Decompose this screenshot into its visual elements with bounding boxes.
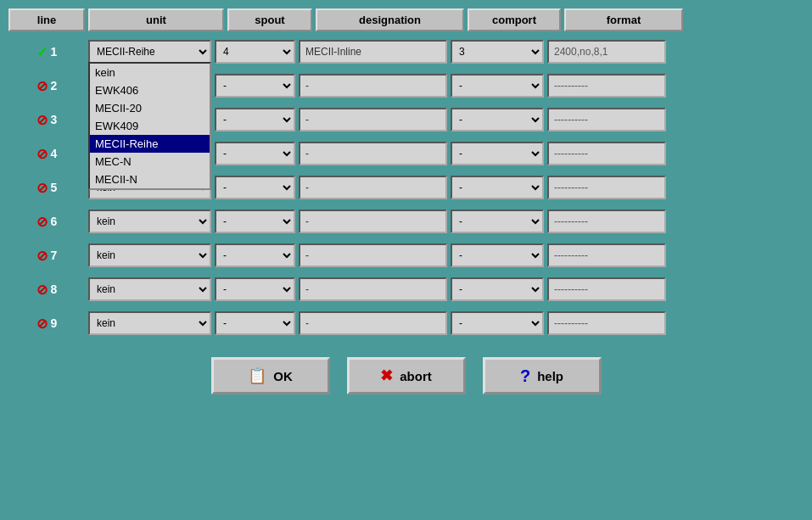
row-line-cell-3: ⊘3 [8, 112, 85, 128]
row-number-6: 6 [51, 215, 58, 228]
comport-select-6[interactable]: -12345678 [451, 210, 544, 233]
spout-select-9[interactable]: -12345678 [215, 311, 295, 335]
designation-field-4: - [299, 142, 447, 165]
dropdown-item[interactable]: MECII-Reihe [90, 135, 210, 153]
designation-field-5: - [299, 176, 447, 199]
no-entry-icon: ⊘ [36, 146, 48, 162]
row-line-cell-9: ⊘9 [8, 316, 85, 332]
unit-select-1[interactable]: keinEWK406MECII-20EWK409MECII-ReiheMEC-N… [88, 40, 211, 64]
dropdown-item[interactable]: MEC-N [90, 153, 210, 171]
help-label: help [537, 369, 563, 383]
row-line-cell-4: ⊘4 [8, 146, 85, 162]
comport-select-2[interactable]: -12345678 [451, 74, 544, 98]
row-line-cell-8: ⊘8 [8, 282, 85, 298]
table-row: ⊘8keinEWK406MECII-20EWK409MECII-ReiheMEC… [8, 274, 804, 305]
spout-select-2[interactable]: -12345678 [215, 74, 295, 98]
abort-button[interactable]: ✖ abort [347, 357, 466, 394]
row-number-8: 8 [51, 282, 58, 296]
format-field-5: ---------- [547, 176, 666, 199]
no-entry-icon: ⊘ [36, 78, 48, 94]
ok-button[interactable]: 📋 OK [211, 357, 330, 394]
format-field-6: ---------- [547, 210, 666, 233]
designation-field-8: - [299, 277, 447, 301]
col-header-format[interactable]: format [564, 8, 683, 31]
data-rows-container: ✓1keinEWK406MECII-20EWK409MECII-ReiheMEC… [8, 36, 804, 338]
dropdown-item[interactable]: EWK406 [90, 81, 210, 99]
comport-select-4[interactable]: -12345678 [451, 142, 544, 165]
table-row: ⊘7keinEWK406MECII-20EWK409MECII-ReiheMEC… [8, 240, 804, 271]
row-number-7: 7 [51, 249, 58, 262]
row-line-cell-6: ⊘6 [8, 214, 85, 230]
spout-select-8[interactable]: -12345678 [215, 277, 295, 301]
comport-select-7[interactable]: -12345678 [451, 243, 544, 267]
row-line-cell-2: ⊘2 [8, 78, 85, 94]
row-line-cell-5: ⊘5 [8, 180, 85, 196]
format-field-1: 2400,no,8,1 [547, 40, 666, 64]
unit-select-8[interactable]: keinEWK406MECII-20EWK409MECII-ReiheMEC-N… [88, 277, 211, 301]
comport-select-9[interactable]: -12345678 [451, 311, 544, 335]
unit-select-7[interactable]: keinEWK406MECII-20EWK409MECII-ReiheMEC-N… [88, 243, 211, 267]
dropdown-item[interactable]: EWK409 [90, 117, 210, 135]
row-line-cell-1: ✓1 [8, 44, 85, 60]
comport-select-5[interactable]: -12345678 [451, 176, 544, 199]
row-number-3: 3 [51, 113, 58, 126]
header-row: line unit spout designation comport form… [8, 8, 804, 31]
ok-icon: 📋 [248, 366, 266, 385]
col-header-designation[interactable]: designation [316, 8, 464, 31]
row-line-cell-7: ⊘7 [8, 248, 85, 264]
col-header-line[interactable]: line [8, 8, 85, 31]
spout-select-7[interactable]: -12345678 [215, 243, 295, 267]
main-container: line unit spout designation comport form… [0, 0, 812, 520]
bottom-bar: 📋 OK ✖ abort ? help [8, 350, 804, 401]
comport-select-1[interactable]: -12345678 [451, 40, 544, 64]
format-field-4: ---------- [547, 142, 666, 165]
format-field-7: ---------- [547, 243, 666, 267]
spout-select-1[interactable]: -12345678 [215, 40, 295, 64]
help-button[interactable]: ? help [483, 357, 602, 394]
row-number-1: 1 [51, 45, 58, 59]
spout-select-3[interactable]: -12345678 [215, 108, 295, 131]
format-field-3: ---------- [547, 108, 666, 131]
col-header-comport[interactable]: comport [468, 8, 561, 31]
designation-field-9: - [299, 311, 447, 335]
help-icon: ? [520, 366, 530, 386]
designation-field-7: - [299, 243, 447, 267]
dropdown-item[interactable]: MECII-N [90, 171, 210, 188]
comport-select-3[interactable]: -12345678 [451, 108, 544, 131]
check-icon: ✓ [36, 44, 48, 60]
unit-select-9[interactable]: keinEWK406MECII-20EWK409MECII-ReiheMEC-N… [88, 311, 211, 335]
row-number-4: 4 [51, 147, 58, 160]
no-entry-icon: ⊘ [36, 112, 48, 128]
no-entry-icon: ⊘ [36, 316, 48, 332]
format-field-9: ---------- [547, 311, 666, 335]
designation-field-1: MECII-Inline [299, 40, 447, 64]
no-entry-icon: ⊘ [36, 180, 48, 196]
table-row: ⊘9keinEWK406MECII-20EWK409MECII-ReiheMEC… [8, 308, 804, 338]
format-field-2: ---------- [547, 74, 666, 98]
dropdown-item[interactable]: kein [90, 64, 210, 81]
spout-select-4[interactable]: -12345678 [215, 142, 295, 165]
col-header-spout[interactable]: spout [227, 8, 312, 31]
abort-icon: ✖ [380, 366, 393, 385]
row-number-2: 2 [51, 79, 58, 92]
ok-label: OK [273, 369, 293, 383]
spout-select-6[interactable]: -12345678 [215, 210, 295, 233]
no-entry-icon: ⊘ [36, 214, 48, 230]
comport-select-8[interactable]: -12345678 [451, 277, 544, 301]
row-number-5: 5 [51, 181, 58, 194]
spout-select-5[interactable]: -12345678 [215, 176, 295, 199]
designation-field-3: - [299, 108, 447, 131]
unit-select-6[interactable]: keinEWK406MECII-20EWK409MECII-ReiheMEC-N… [88, 210, 211, 233]
table-row: ⊘6keinEWK406MECII-20EWK409MECII-ReiheMEC… [8, 206, 804, 237]
row-number-9: 9 [51, 316, 58, 330]
designation-field-6: - [299, 210, 447, 233]
no-entry-icon: ⊘ [36, 282, 48, 298]
col-header-unit[interactable]: unit [88, 8, 224, 31]
abort-label: abort [400, 369, 432, 383]
designation-field-2: - [299, 74, 447, 98]
no-entry-icon: ⊘ [36, 248, 48, 264]
unit-dropdown-overlay[interactable]: keinEWK406MECII-20EWK409MECII-ReiheMEC-N… [88, 62, 211, 190]
format-field-8: ---------- [547, 277, 666, 301]
dropdown-item[interactable]: MECII-20 [90, 99, 210, 117]
